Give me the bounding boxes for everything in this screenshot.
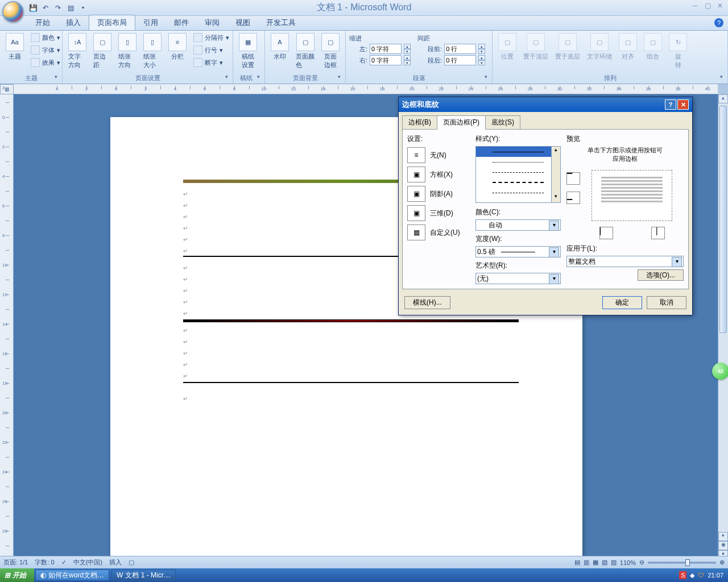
space-before-input[interactable] [444, 44, 476, 54]
ok-button[interactable]: 确定 [602, 296, 642, 309]
zoom-out-icon[interactable]: ⊖ [639, 559, 644, 566]
help-icon[interactable]: ? [714, 18, 723, 27]
view-print-icon[interactable]: ▤ [574, 559, 580, 566]
list-scroll-up[interactable]: ▴ [552, 147, 560, 156]
linenumbers-button[interactable]: 行号 ▾ [191, 44, 231, 56]
prev-page-icon[interactable]: ◉ [718, 541, 728, 550]
pagecolor-button[interactable]: ▢页面颜色 [293, 32, 317, 70]
applyto-select[interactable]: 整篇文档 [566, 256, 684, 267]
theme-effects-button[interactable]: 效果 ▾ [28, 57, 63, 68]
zoom-slider-thumb[interactable] [685, 559, 690, 566]
style-dotted[interactable] [476, 157, 560, 167]
breaks-button[interactable]: 分隔符 ▾ [191, 32, 231, 43]
align-button[interactable]: ▢对齐 [617, 32, 639, 62]
tab-references[interactable]: 引用 [135, 15, 166, 30]
tab-view[interactable]: 视图 [228, 15, 258, 30]
undo-icon[interactable]: ↶ [40, 2, 51, 14]
manuscript-button[interactable]: ▦稿纸 设置 [237, 32, 259, 70]
setting-box[interactable]: ▣方框(X) [407, 167, 470, 182]
vertical-ruler[interactable]: 2024681012141618202224262830 [0, 94, 14, 568]
space-after-input[interactable] [444, 55, 476, 65]
vertical-scrollbar[interactable]: ▴ ▾ ◉ ● ◉ [718, 94, 728, 568]
width-select[interactable]: 0.5 磅 [475, 246, 561, 257]
indent-left-input[interactable] [370, 44, 402, 54]
view-outline-icon[interactable]: ▧ [602, 559, 607, 566]
style-dashed2[interactable] [476, 177, 560, 188]
themes-button[interactable]: Aa主题 [3, 32, 26, 62]
setting-none[interactable]: ≡无(N) [407, 147, 470, 163]
theme-colors-button[interactable]: 颜色 ▾ [28, 32, 63, 43]
spin-up[interactable]: ▴ [404, 44, 411, 49]
preview-bottom-button[interactable]: ▁ [566, 192, 580, 204]
scroll-down-icon[interactable]: ▾ [718, 532, 728, 541]
setting-shadow[interactable]: ▣阴影(A) [407, 186, 470, 202]
status-page[interactable]: 页面: 1/1 [3, 558, 28, 567]
status-words[interactable]: 字数: 0 [35, 558, 54, 567]
dialog-help-icon[interactable]: ? [665, 99, 676, 110]
scroll-up-icon[interactable]: ▴ [718, 94, 728, 103]
tray-clock[interactable]: 21:07 [708, 572, 723, 579]
options-button[interactable]: 选项(O)... [638, 269, 684, 281]
spin-up[interactable]: ▴ [478, 44, 485, 49]
tray-icon-2[interactable]: 🛡 [698, 572, 704, 579]
preview-right-button[interactable]: ▕ [651, 227, 665, 239]
qat-more-icon[interactable]: ▤ [65, 2, 76, 14]
tray-icon-1[interactable]: ◆ [690, 572, 694, 579]
qat-dropdown-icon[interactable]: ▾ [77, 2, 89, 14]
tab-review[interactable]: 审阅 [197, 15, 228, 30]
spin-down[interactable]: ▾ [404, 60, 411, 65]
view-read-icon[interactable]: ▥ [584, 559, 589, 566]
zoom-in-icon[interactable]: ⊕ [719, 559, 725, 566]
horizontal-ruler[interactable]: 420246810121416182022242628303234363840 [14, 84, 718, 94]
taskbar-item-word[interactable]: W文档 1 - Micr… [111, 569, 176, 581]
columns-button[interactable]: ≡分栏 [166, 32, 189, 62]
minimize-icon[interactable]: ─ [689, 1, 701, 10]
color-select[interactable]: 自动 [475, 219, 561, 231]
tab-page-border[interactable]: 页面边框(P) [437, 115, 486, 130]
tab-shading[interactable]: 底纹(S) [485, 115, 520, 130]
size-button[interactable]: ▯纸张大小 [141, 32, 164, 70]
tab-home[interactable]: 开始 [27, 15, 58, 30]
style-solid[interactable] [476, 147, 560, 157]
textdir-button[interactable]: ↕A文字方向 [66, 32, 89, 70]
scrollbar-thumb[interactable] [719, 106, 727, 333]
tab-borders[interactable]: 边框(B) [402, 115, 437, 130]
save-icon[interactable]: 💾 [27, 2, 39, 14]
dialog-close-icon[interactable]: ✕ [677, 99, 689, 110]
tab-mailings[interactable]: 邮件 [166, 15, 197, 30]
status-macro-icon[interactable]: ▢ [129, 559, 134, 566]
office-button[interactable] [2, 1, 24, 23]
spin-down[interactable]: ▾ [478, 49, 485, 54]
setting-3d[interactable]: ▣三维(D) [407, 205, 470, 221]
spin-up[interactable]: ▴ [404, 55, 411, 60]
preview-top-button[interactable]: ▔ [566, 172, 580, 185]
dialog-titlebar[interactable]: 边框和底纹 ? ✕ [399, 97, 692, 112]
start-button[interactable]: ⊞开始 [0, 568, 34, 582]
pageborders-button[interactable]: ▢页面 边框 [319, 32, 342, 70]
list-scroll-down[interactable]: ▾ [552, 193, 560, 202]
art-select[interactable]: (无) [475, 273, 561, 284]
setting-custom[interactable]: ▦自定义(U) [407, 225, 470, 240]
cancel-button[interactable]: 取消 [647, 296, 686, 309]
spin-up[interactable]: ▴ [478, 55, 485, 60]
indent-right-input[interactable] [370, 55, 402, 65]
status-mode[interactable]: 插入 [109, 558, 122, 567]
view-draft-icon[interactable]: ▨ [611, 559, 617, 566]
status-spell-icon[interactable]: ✓ [61, 559, 67, 566]
view-web-icon[interactable]: ▦ [593, 559, 598, 566]
zoom-slider[interactable] [648, 562, 716, 564]
spin-down[interactable]: ▾ [478, 60, 485, 65]
margins-button[interactable]: ▢页边距 [91, 32, 114, 70]
side-widget-icon[interactable]: 42 [712, 363, 728, 380]
taskbar-item-browser[interactable]: ◐如何在word文档… [35, 569, 109, 581]
preview-left-button[interactable]: ▏ [599, 227, 613, 239]
close-icon[interactable]: ✕ [714, 1, 726, 10]
theme-fonts-button[interactable]: 字体 ▾ [28, 44, 63, 56]
style-dashed[interactable] [476, 167, 560, 177]
tray-ime-icon[interactable]: S [679, 571, 686, 579]
hyphenation-button[interactable]: 断字 ▾ [191, 57, 231, 68]
hline-button[interactable]: 横线(H)... [404, 296, 450, 309]
orientation-button[interactable]: ▯纸张方向 [116, 32, 139, 70]
maximize-icon[interactable]: ▢ [702, 1, 713, 10]
tab-pagelayout[interactable]: 页面布局 [89, 15, 135, 30]
